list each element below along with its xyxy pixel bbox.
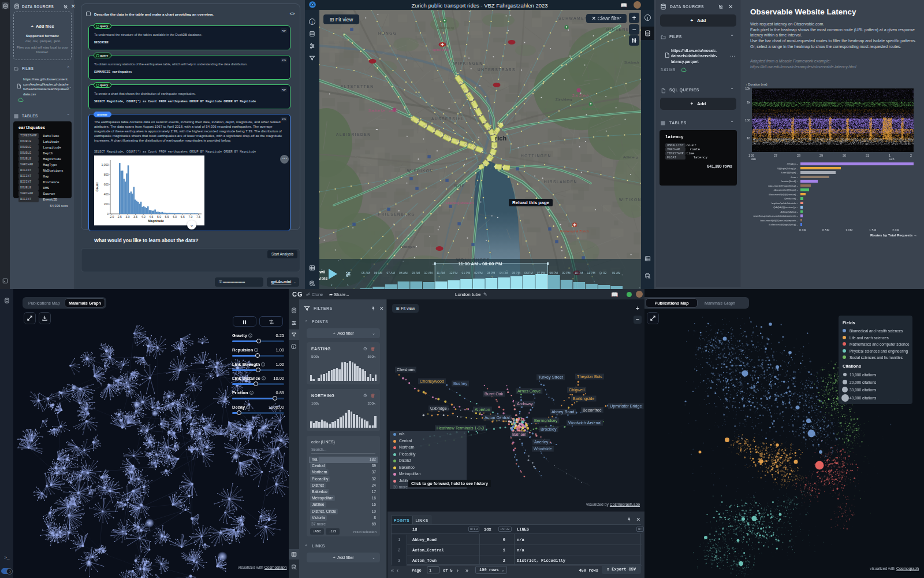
svg-text:7.0: 7.0	[188, 215, 192, 218]
svg-text:7.5: 7.5	[196, 215, 200, 218]
svg-text:0: 0	[107, 212, 109, 216]
svg-text:2.5: 2.5	[118, 215, 122, 218]
svg-text:1,000: 1,000	[101, 163, 109, 166]
svg-text:5.0: 5.0	[157, 215, 161, 218]
svg-text:6.0: 6.0	[173, 215, 177, 218]
svg-text:3.5: 3.5	[133, 215, 137, 218]
svg-text:Magnitude: Magnitude	[148, 219, 164, 223]
svg-text:5.5: 5.5	[165, 215, 169, 218]
svg-text:2.0: 2.0	[110, 215, 114, 218]
svg-text:4.0: 4.0	[141, 215, 146, 218]
svg-text:800: 800	[104, 173, 109, 176]
svg-text:Count: Count	[95, 182, 99, 191]
svg-text:6.5: 6.5	[181, 215, 185, 218]
svg-text:200: 200	[104, 202, 109, 206]
svg-text:400: 400	[104, 192, 109, 196]
svg-text:600: 600	[104, 183, 109, 186]
svg-text:4.5: 4.5	[149, 215, 153, 218]
svg-text:3.0: 3.0	[125, 215, 129, 218]
